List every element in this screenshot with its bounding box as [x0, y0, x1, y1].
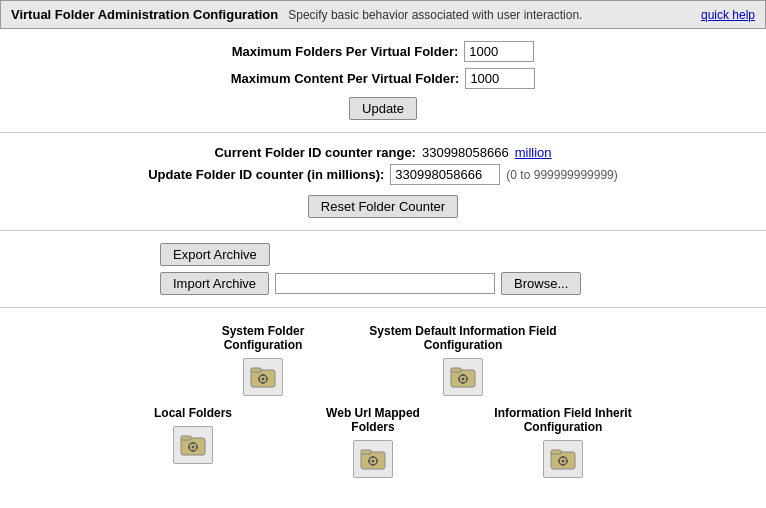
page-header: Virtual Folder Administration Configurat… — [0, 0, 766, 29]
icons-row-1: System FolderConfiguration System Defaul… — [20, 324, 746, 396]
page-description: Specify basic behavior associated with u… — [288, 8, 691, 22]
web-url-icon-box — [353, 440, 393, 478]
page-title: Virtual Folder Administration Configurat… — [11, 7, 278, 22]
counter-range-value: 330998058666 — [422, 145, 509, 160]
web-url-icon — [359, 445, 387, 473]
info-inherit-item[interactable]: Information Field InheritConfiguration — [493, 406, 633, 478]
icons-section: System FolderConfiguration System Defaul… — [0, 308, 766, 494]
quick-help-link[interactable]: quick help — [701, 8, 755, 22]
export-archive-button[interactable]: Export Archive — [160, 243, 270, 266]
update-counter-input[interactable] — [390, 164, 500, 185]
archive-section: Export Archive Import Archive Browse... — [0, 231, 766, 308]
local-folders-item[interactable]: Local Folders — [133, 406, 253, 478]
svg-point-27 — [372, 460, 375, 463]
info-field-icon — [449, 363, 477, 391]
svg-rect-9 — [451, 368, 461, 372]
counter-range-label: Current Folder ID counter range: — [214, 145, 416, 160]
browse-button[interactable]: Browse... — [501, 272, 581, 295]
system-default-label: System Default Information Field Configu… — [363, 324, 563, 352]
max-content-label: Maximum Content Per Virtual Folder: — [231, 71, 460, 86]
system-default-item[interactable]: System Default Information Field Configu… — [363, 324, 563, 396]
update-button[interactable]: Update — [349, 97, 417, 120]
system-folder-label: System FolderConfiguration — [222, 324, 305, 352]
info-inherit-icon-box — [543, 440, 583, 478]
svg-rect-1 — [251, 368, 261, 372]
svg-rect-33 — [551, 450, 561, 454]
local-folders-icon-box — [173, 426, 213, 464]
web-url-label: Web Url MappedFolders — [326, 406, 420, 434]
import-file-input[interactable] — [275, 273, 495, 294]
max-folders-label: Maximum Folders Per Virtual Folder: — [232, 44, 459, 59]
svg-point-19 — [192, 446, 195, 449]
import-row: Import Archive Browse... — [160, 272, 581, 295]
system-folder-icon-box — [243, 358, 283, 396]
system-folder-item[interactable]: System FolderConfiguration — [203, 324, 323, 396]
folder-config-icon — [249, 363, 277, 391]
web-url-item[interactable]: Web Url MappedFolders — [313, 406, 433, 478]
system-default-icon-box — [443, 358, 483, 396]
million-link[interactable]: million — [515, 145, 552, 160]
svg-point-3 — [262, 378, 265, 381]
info-inherit-label: Information Field InheritConfiguration — [493, 406, 633, 434]
max-folders-input[interactable] — [464, 41, 534, 62]
info-inherit-icon — [549, 445, 577, 473]
local-folders-icon — [179, 431, 207, 459]
reset-counter-button[interactable]: Reset Folder Counter — [308, 195, 458, 218]
svg-rect-17 — [181, 436, 191, 440]
max-folders-section: Maximum Folders Per Virtual Folder: Maxi… — [0, 29, 766, 133]
local-folders-label: Local Folders — [154, 406, 232, 420]
icons-row-2: Local Folders Web Url MappedFolders — [20, 406, 746, 478]
svg-point-11 — [462, 378, 465, 381]
svg-point-35 — [562, 460, 565, 463]
max-content-input[interactable] — [465, 68, 535, 89]
counter-section: Current Folder ID counter range: 3309980… — [0, 133, 766, 231]
update-counter-label: Update Folder ID counter (in millions): — [148, 167, 384, 182]
import-archive-button[interactable]: Import Archive — [160, 272, 269, 295]
svg-rect-25 — [361, 450, 371, 454]
counter-hint: (0 to 999999999999) — [506, 168, 617, 182]
